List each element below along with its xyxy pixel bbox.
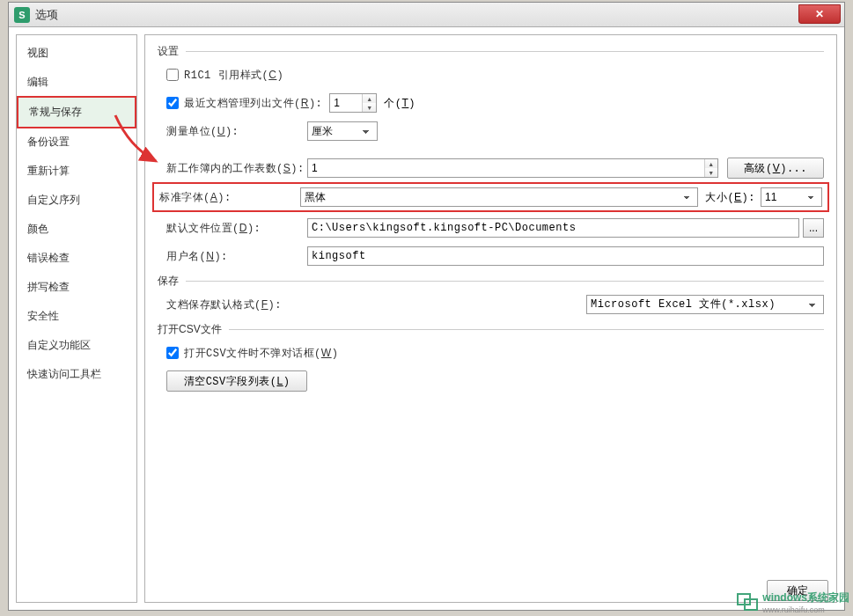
r1c1-checkbox[interactable] (166, 69, 179, 81)
sidebar-item-color[interactable]: 颜色 (17, 215, 136, 244)
username-input[interactable] (307, 246, 824, 266)
font-combo[interactable]: 黑体 (300, 187, 698, 207)
save-format-label: 文档保存默认格式(F): (166, 297, 307, 312)
size-label: 大小(E): (705, 190, 755, 205)
standard-font-row: 标准字体(A): 黑体 大小(E): 11 (152, 182, 829, 212)
category-sidebar: 视图 编辑 常规与保存 备份设置 重新计算 自定义序列 颜色 错误检查 拼写检查… (16, 34, 137, 603)
username-label: 用户名(N): (166, 249, 307, 264)
sidebar-item-quick-access[interactable]: 快速访问工具栏 (17, 360, 136, 389)
titlebar: 选项 ✕ (9, 3, 844, 27)
sheets-value[interactable] (308, 159, 704, 177)
settings-section-title: 设置 (158, 44, 179, 59)
save-section-title: 保存 (158, 274, 179, 289)
window-title: 选项 (35, 7, 58, 23)
csv-nodialog-label: 打开CSV文件时不弹对话框(W) (184, 346, 338, 361)
measure-unit-combo[interactable]: 厘米 (307, 121, 378, 141)
sidebar-item-general-save[interactable]: 常规与保存 (17, 96, 136, 128)
save-format-combo[interactable]: Microsoft Excel 文件(*.xlsx) (586, 295, 824, 314)
sidebar-item-recalc[interactable]: 重新计算 (17, 157, 136, 186)
spinner-down-icon[interactable]: ▼ (363, 103, 376, 112)
spinner-down-icon[interactable]: ▼ (705, 168, 717, 177)
measure-unit-label: 测量单位(U): (166, 124, 307, 139)
size-combo[interactable]: 11 (761, 187, 822, 207)
advanced-button[interactable]: 高级(V)... (727, 158, 824, 179)
sidebar-item-error-check[interactable]: 错误检查 (17, 244, 136, 273)
sidebar-item-edit[interactable]: 编辑 (17, 68, 136, 97)
recent-docs-checkbox[interactable] (166, 97, 179, 109)
watermark: windows系统家园 www.ruihaifu.com (736, 590, 849, 614)
watermark-icon (736, 592, 761, 613)
sidebar-item-view[interactable]: 视图 (17, 39, 136, 68)
ellipsis-icon: ... (809, 222, 818, 234)
recent-docs-unit: 个(T) (384, 96, 415, 111)
sidebar-item-backup[interactable]: 备份设置 (17, 128, 136, 157)
csv-nodialog-checkbox[interactable] (166, 347, 179, 359)
app-icon (14, 7, 30, 23)
recent-docs-label: 最近文档管理列出文件(R): (184, 96, 322, 111)
content-panel: 设置 R1C1 引用样式(C) 最近文档管理列出文件(R): ▲▼ 个(T) (144, 34, 837, 603)
spinner-up-icon[interactable]: ▲ (363, 94, 376, 103)
csv-section-title: 打开CSV文件 (158, 322, 222, 337)
sidebar-item-custom-ribbon[interactable]: 自定义功能区 (17, 331, 136, 360)
spinner-up-icon[interactable]: ▲ (705, 159, 717, 168)
default-path-label: 默认文件位置(D): (166, 221, 307, 236)
sidebar-item-custom-list[interactable]: 自定义序列 (17, 186, 136, 215)
sheets-label: 新工作簿内的工作表数(S): (166, 161, 307, 176)
options-dialog: 选项 ✕ 视图 编辑 常规与保存 备份设置 重新计算 自定义序列 颜色 错误检查… (8, 2, 845, 611)
sidebar-item-security[interactable]: 安全性 (17, 302, 136, 331)
browse-button[interactable]: ... (803, 218, 824, 238)
font-label: 标准字体(A): (159, 190, 300, 205)
r1c1-label: R1C1 引用样式(C) (184, 68, 283, 83)
default-path-input[interactable] (307, 218, 799, 238)
watermark-line1: windows系统家园 (762, 590, 849, 605)
clear-csv-button[interactable]: 清空CSV字段列表(L) (166, 370, 307, 392)
watermark-line2: www.ruihaifu.com (762, 605, 849, 614)
recent-docs-value[interactable] (330, 94, 362, 112)
close-button[interactable]: ✕ (798, 4, 841, 24)
sheets-spinner[interactable]: ▲▼ (307, 158, 718, 178)
recent-docs-spinner[interactable]: ▲▼ (329, 93, 377, 113)
sidebar-item-spell-check[interactable]: 拼写检查 (17, 273, 136, 302)
